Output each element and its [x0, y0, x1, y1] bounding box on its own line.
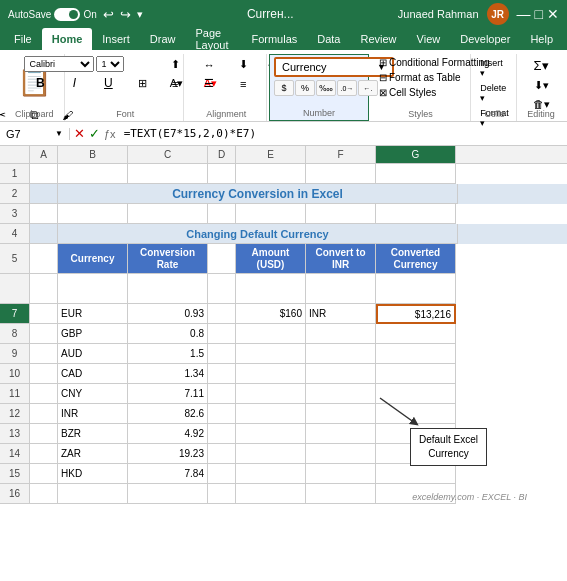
- cell-b12[interactable]: INR: [58, 404, 128, 424]
- cell-e16[interactable]: [236, 484, 306, 504]
- align-bottom-button[interactable]: ⬇: [227, 56, 259, 73]
- cell-c14[interactable]: 19.23: [128, 444, 208, 464]
- col-header-e[interactable]: E: [236, 146, 306, 163]
- comma-button[interactable]: ‱: [316, 80, 336, 96]
- maximize-icon[interactable]: □: [535, 6, 543, 22]
- cell-g9[interactable]: [376, 344, 456, 364]
- row-num-4[interactable]: 4: [0, 224, 30, 244]
- cell-g7[interactable]: $13,216: [376, 304, 456, 324]
- font-name-select[interactable]: Calibri: [24, 56, 94, 72]
- cell-d16[interactable]: [208, 484, 236, 504]
- minimize-icon[interactable]: —: [517, 6, 531, 22]
- cell-b13[interactable]: BZR: [58, 424, 128, 444]
- cell-g8[interactable]: [376, 324, 456, 344]
- tab-page-layout[interactable]: Page Layout: [185, 28, 241, 50]
- cell-b1[interactable]: [58, 164, 128, 184]
- autosave-badge[interactable]: AutoSave On: [8, 8, 97, 21]
- tab-developer[interactable]: Developer: [450, 28, 520, 50]
- align-top-button[interactable]: ⬆: [159, 56, 191, 73]
- cell-e15[interactable]: [236, 464, 306, 484]
- align-center-button[interactable]: ☰: [193, 75, 225, 92]
- col-header-g[interactable]: G: [376, 146, 456, 163]
- tab-draw[interactable]: Draw: [140, 28, 186, 50]
- cell-c12[interactable]: 82.6: [128, 404, 208, 424]
- row-num-11[interactable]: 11: [0, 384, 30, 404]
- cell-c6[interactable]: [128, 274, 208, 304]
- cell-title-main[interactable]: Currency Conversion in Excel: [58, 184, 458, 204]
- cell-e3[interactable]: [236, 204, 306, 224]
- cell-e14[interactable]: [236, 444, 306, 464]
- cell-a12[interactable]: [30, 404, 58, 424]
- cell-header-currency[interactable]: Currency: [58, 244, 128, 274]
- cell-e13[interactable]: [236, 424, 306, 444]
- cell-a2[interactable]: [30, 184, 58, 204]
- delete-cells-button[interactable]: Delete ▾: [476, 81, 513, 105]
- cell-styles-button[interactable]: ⊠ Cell Styles: [375, 86, 440, 99]
- cell-c1[interactable]: [128, 164, 208, 184]
- cell-e10[interactable]: [236, 364, 306, 384]
- row-num-9[interactable]: 9: [0, 344, 30, 364]
- cell-a9[interactable]: [30, 344, 58, 364]
- cell-c7[interactable]: 0.93: [128, 304, 208, 324]
- underline-button[interactable]: U: [92, 74, 124, 92]
- insert-function-icon[interactable]: ƒx: [104, 128, 116, 140]
- tab-formulas[interactable]: Formulas: [241, 28, 307, 50]
- undo-icon[interactable]: ↩: [103, 7, 114, 22]
- cell-d12[interactable]: [208, 404, 236, 424]
- cell-b3[interactable]: [58, 204, 128, 224]
- cell-b16[interactable]: [58, 484, 128, 504]
- row-num-16[interactable]: 16: [0, 484, 30, 504]
- cell-f7[interactable]: INR: [306, 304, 376, 324]
- increase-decimal-button[interactable]: .0→: [337, 80, 357, 96]
- row-num-10[interactable]: 10: [0, 364, 30, 384]
- cell-b10[interactable]: CAD: [58, 364, 128, 384]
- cell-c3[interactable]: [128, 204, 208, 224]
- row-num-5[interactable]: 5: [0, 244, 30, 274]
- cell-e12[interactable]: [236, 404, 306, 424]
- col-header-b[interactable]: B: [58, 146, 128, 163]
- cell-f9[interactable]: [306, 344, 376, 364]
- cell-e1[interactable]: [236, 164, 306, 184]
- col-header-d[interactable]: D: [208, 146, 236, 163]
- cell-d6[interactable]: [208, 274, 236, 304]
- row-num-8[interactable]: 8: [0, 324, 30, 344]
- cell-d5[interactable]: [208, 244, 236, 274]
- autosum-button[interactable]: Σ▾: [525, 56, 557, 75]
- cell-c10[interactable]: 1.34: [128, 364, 208, 384]
- cell-b15[interactable]: HKD: [58, 464, 128, 484]
- cell-f8[interactable]: [306, 324, 376, 344]
- cell-d1[interactable]: [208, 164, 236, 184]
- row-num-12[interactable]: 12: [0, 404, 30, 424]
- cell-a10[interactable]: [30, 364, 58, 384]
- cell-subtitle[interactable]: Changing Default Currency: [58, 224, 458, 244]
- cell-header-amount[interactable]: Amount(USD): [236, 244, 306, 274]
- cell-f16[interactable]: [306, 484, 376, 504]
- cell-e7[interactable]: $160: [236, 304, 306, 324]
- cell-d11[interactable]: [208, 384, 236, 404]
- more-commands-icon[interactable]: ▾: [137, 8, 143, 21]
- tab-review[interactable]: Review: [351, 28, 407, 50]
- cell-g1[interactable]: [376, 164, 456, 184]
- tab-view[interactable]: View: [407, 28, 451, 50]
- cell-c16[interactable]: [128, 484, 208, 504]
- cell-d3[interactable]: [208, 204, 236, 224]
- row-num-13[interactable]: 13: [0, 424, 30, 444]
- row-num-14[interactable]: 14: [0, 444, 30, 464]
- cell-c11[interactable]: 7.11: [128, 384, 208, 404]
- cell-b11[interactable]: CNY: [58, 384, 128, 404]
- cell-e11[interactable]: [236, 384, 306, 404]
- cell-g3[interactable]: [376, 204, 456, 224]
- cell-f6[interactable]: [306, 274, 376, 304]
- currency-button[interactable]: $: [274, 80, 294, 96]
- row-num-6[interactable]: [0, 274, 30, 304]
- cell-header-converted[interactable]: ConvertedCurrency: [376, 244, 456, 274]
- confirm-formula-icon[interactable]: ✓: [89, 126, 100, 141]
- format-as-table-button[interactable]: ⊟ Format as Table: [375, 71, 465, 84]
- cell-f3[interactable]: [306, 204, 376, 224]
- percent-button[interactable]: %: [295, 80, 315, 96]
- cell-a13[interactable]: [30, 424, 58, 444]
- cell-b6[interactable]: [58, 274, 128, 304]
- cell-b14[interactable]: ZAR: [58, 444, 128, 464]
- cell-header-conversion[interactable]: ConversionRate: [128, 244, 208, 274]
- autosave-toggle[interactable]: [54, 8, 80, 21]
